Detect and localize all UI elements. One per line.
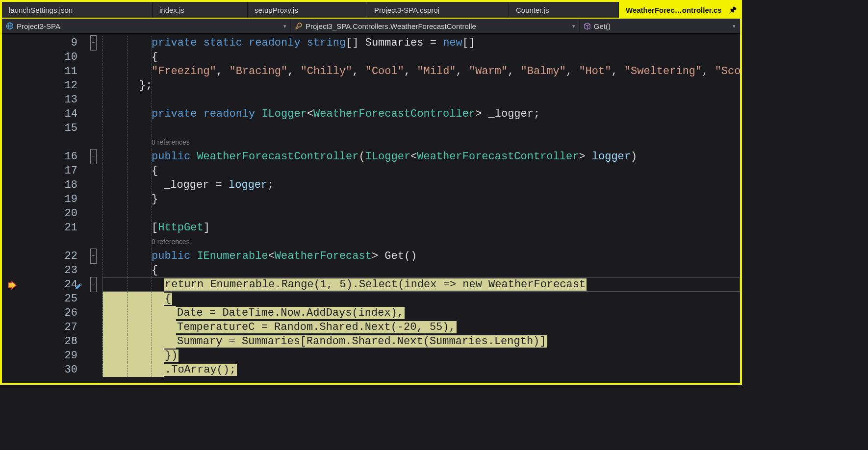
pin-icon[interactable]: 📌 — [729, 6, 737, 14]
indent-guide — [127, 150, 128, 164]
indent-guide — [127, 192, 128, 206]
indent-guide — [152, 121, 152, 135]
code-line[interactable]: } — [102, 192, 740, 206]
line-number: 26 — [2, 306, 85, 320]
indent-guide — [102, 107, 103, 121]
tab-counter[interactable]: Counter.js — [509, 2, 619, 18]
code-line[interactable]: private readonly ILogger<WeatherForecast… — [102, 107, 740, 121]
tab-csproj[interactable]: Project3-SPA.csproj — [367, 2, 509, 18]
line-number: 10 — [2, 50, 85, 64]
indent-guide — [127, 249, 128, 263]
indent-guide — [127, 164, 128, 178]
fold-toggle[interactable]: − — [90, 249, 97, 264]
tab-weatherforecastcontroller[interactable]: WeatherForec…ontroller.cs 📌 ✕ — [619, 2, 742, 18]
code-line[interactable]: Date = DateTime.Now.AddDays(index), — [102, 306, 740, 320]
codelens-text[interactable]: 0 references — [152, 138, 190, 146]
indent-guide — [127, 363, 128, 377]
indent-guide — [127, 334, 128, 349]
nav-member-label: Get() — [594, 22, 611, 30]
code-line[interactable]: public WeatherForecastController(ILogger… — [102, 150, 740, 164]
fold-toggle[interactable]: − — [90, 149, 97, 164]
indent-guide — [152, 192, 152, 206]
indent-guide — [102, 164, 103, 178]
line-number: 19 — [2, 192, 85, 206]
wrench-icon — [295, 22, 303, 30]
code-line[interactable]: TemperatureC = Random.Shared.Next(-20, 5… — [102, 320, 740, 334]
line-number: 23 — [2, 263, 85, 277]
line-number: 21 — [2, 221, 85, 235]
code-line[interactable]: { — [102, 164, 740, 178]
line-number: 20 — [2, 206, 85, 221]
edit-pencil-icon — [75, 280, 82, 295]
close-icon[interactable]: ✕ — [741, 5, 742, 15]
fold-toggle[interactable]: − — [90, 277, 97, 292]
nav-project-dropdown[interactable]: Project3-SPA ▾ — [2, 19, 291, 33]
indent-guide — [127, 121, 128, 135]
indent-guide — [102, 192, 103, 206]
navigation-bar: Project3-SPA ▾ Project3_SPA.Controllers.… — [2, 19, 740, 34]
code-line[interactable]: { — [102, 263, 740, 277]
indent-guide — [102, 235, 103, 249]
line-number: 13 — [2, 93, 85, 107]
code-line[interactable]: .ToArray(); — [102, 363, 740, 377]
tab-setupproxy[interactable]: setupProxy.js — [248, 2, 367, 18]
nav-class-label: Project3_SPA.Controllers.WeatherForecast… — [306, 22, 476, 30]
line-number: 16 — [2, 150, 85, 164]
nav-member-dropdown[interactable]: Get() ▾ — [580, 19, 740, 33]
code-line[interactable]: Summary = Summaries[Random.Shared.Next(S… — [102, 334, 740, 349]
codelens-reference[interactable]: 0 references — [102, 235, 740, 249]
indent-guide — [102, 320, 103, 334]
indent-guide — [102, 150, 103, 164]
indent-guide — [152, 64, 152, 78]
line-number: 9 — [2, 36, 85, 50]
indent-guide — [102, 306, 103, 320]
line-number: 28 — [2, 334, 85, 349]
code-area[interactable]: private static readonly string[] Summari… — [102, 36, 740, 377]
code-line[interactable]: public IEnumerable<WeatherForecast> Get(… — [102, 249, 740, 263]
code-line[interactable] — [102, 93, 740, 107]
indent-guide — [102, 349, 103, 363]
tab-launchsettings[interactable]: launchSettings.json — [2, 2, 153, 18]
code-line[interactable]: return Enumerable.Range(1, 5).Select(ind… — [102, 277, 740, 292]
code-line[interactable] — [102, 206, 740, 221]
indent-guide — [127, 320, 128, 334]
code-line[interactable] — [102, 121, 740, 135]
indent-guide — [102, 221, 103, 235]
code-editor[interactable]: 9101112131415 161718192021 2223242526272… — [2, 34, 740, 383]
indent-guide — [152, 107, 152, 121]
indent-guide — [152, 263, 152, 277]
indent-guide — [127, 107, 128, 121]
code-line[interactable]: }) — [102, 349, 740, 363]
code-line[interactable]: [HttpGet] — [102, 221, 740, 235]
code-line[interactable]: { — [102, 292, 740, 306]
line-number: 11 — [2, 64, 85, 78]
code-line[interactable]: private static readonly string[] Summari… — [102, 36, 740, 50]
codelens-text[interactable]: 0 references — [152, 238, 190, 246]
code-line[interactable]: "Freezing", "Bracing", "Chilly", "Cool",… — [102, 64, 740, 78]
indent-guide — [102, 292, 103, 306]
line-number: 14 — [2, 107, 85, 121]
indent-guide — [127, 263, 128, 277]
indent-guide — [152, 334, 152, 349]
indent-guide — [152, 93, 152, 107]
globe-icon — [6, 22, 14, 30]
indent-guide — [152, 249, 152, 263]
tab-index-js[interactable]: index.js — [153, 2, 248, 18]
code-line[interactable]: }; — [102, 78, 740, 93]
nav-class-dropdown[interactable]: Project3_SPA.Controllers.WeatherForecast… — [291, 19, 580, 33]
indent-guide — [152, 150, 152, 164]
indent-guide — [127, 292, 128, 306]
indent-guide — [127, 277, 128, 292]
code-line[interactable]: _logger = logger; — [102, 178, 740, 192]
indent-guide — [127, 206, 128, 221]
cube-icon — [584, 23, 591, 30]
indent-guide — [152, 306, 152, 320]
codelens-reference[interactable]: 0 references — [102, 135, 740, 150]
line-number: 18 — [2, 178, 85, 192]
indent-guide — [152, 36, 152, 50]
indent-guide — [152, 206, 152, 221]
fold-toggle[interactable]: − — [90, 35, 97, 50]
code-line[interactable]: { — [102, 50, 740, 64]
indent-guide — [127, 306, 128, 320]
indent-guide — [127, 78, 128, 93]
